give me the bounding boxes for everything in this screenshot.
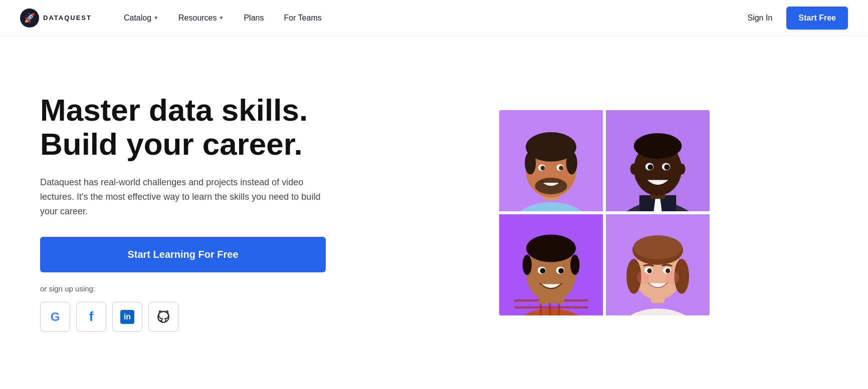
google-signin-button[interactable]: G: [40, 302, 70, 332]
chevron-down-icon: ▼: [153, 15, 158, 21]
svg-point-33: [523, 254, 532, 274]
photo-3: [499, 214, 603, 315]
github-icon: [157, 310, 170, 323]
navbar: 🚀 DATAQUEST Catalog ▼ Resources ▼ Plans …: [0, 0, 868, 36]
nav-for-teams[interactable]: For Teams: [276, 10, 329, 27]
logo-text: DATAQUEST: [43, 14, 92, 22]
svg-point-53: [666, 271, 679, 284]
nav-links: Catalog ▼ Resources ▼ Plans For Teams: [116, 10, 742, 27]
hero-section: Master data skills. Build your career. D…: [0, 36, 868, 389]
svg-point-41: [616, 308, 699, 315]
hero-right: [351, 110, 828, 315]
start-free-button[interactable]: Start Free: [786, 7, 848, 30]
nav-plans[interactable]: Plans: [236, 10, 272, 27]
logo-icon: 🚀: [20, 9, 39, 28]
start-learning-button[interactable]: Start Learning For Free: [40, 237, 326, 272]
svg-point-20: [647, 164, 653, 170]
svg-point-23: [678, 163, 686, 174]
svg-point-34: [570, 254, 579, 274]
svg-point-6: [566, 151, 577, 174]
svg-point-37: [540, 268, 545, 273]
nav-resources[interactable]: Resources ▼: [170, 10, 232, 27]
svg-point-21: [664, 164, 670, 170]
linkedin-signin-button[interactable]: in: [112, 302, 142, 332]
photo-2: [606, 110, 710, 211]
logo[interactable]: 🚀 DATAQUEST: [20, 9, 92, 28]
photo-4: [606, 214, 710, 315]
svg-point-50: [647, 268, 652, 273]
hero-description: Dataquest has real-world challenges and …: [40, 175, 321, 218]
sign-in-link[interactable]: Sign In: [741, 10, 778, 27]
svg-point-32: [526, 234, 576, 262]
linkedin-icon: in: [120, 310, 134, 324]
svg-point-38: [558, 268, 564, 273]
svg-point-5: [525, 151, 536, 174]
svg-point-22: [630, 163, 637, 174]
svg-point-47: [633, 235, 682, 259]
photo-grid: [499, 110, 710, 315]
chevron-down-icon: ▼: [219, 15, 224, 21]
hero-left: Master data skills. Build your career. D…: [40, 93, 351, 332]
svg-point-9: [540, 166, 545, 170]
photo-1: [499, 110, 603, 211]
svg-point-10: [559, 166, 563, 170]
or-sign-up-text: or sign up using:: [40, 284, 351, 293]
facebook-signin-button[interactable]: f: [76, 302, 106, 332]
nav-right: Sign In Start Free: [741, 7, 848, 30]
social-icons-row: G f in: [40, 302, 351, 332]
svg-point-1: [510, 202, 592, 211]
nav-catalog[interactable]: Catalog ▼: [116, 10, 166, 27]
svg-point-52: [636, 271, 649, 284]
hero-headline: Master data skills. Build your career.: [40, 93, 351, 161]
svg-point-17: [634, 133, 682, 158]
github-signin-button[interactable]: [148, 302, 178, 332]
